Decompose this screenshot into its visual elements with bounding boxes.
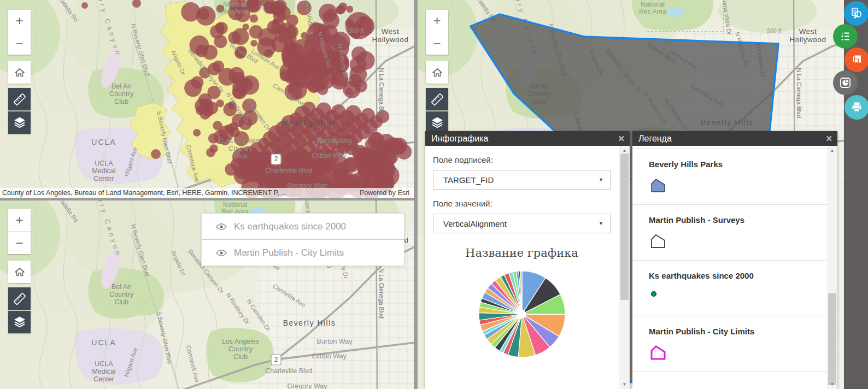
map-label: Burton Way — [317, 338, 353, 345]
map-label: Burton Way — [317, 137, 353, 145]
map-bottom-left[interactable]: Ks earthquakes since 2000Martin Publish … — [0, 201, 414, 389]
legend-item: Martin Publish - City Limits — [632, 316, 827, 372]
infographic-icon — [838, 75, 853, 90]
scrollbar-thumb[interactable] — [620, 154, 629, 300]
map-label: UCLAMedicalCenter — [92, 160, 115, 182]
legend-item-label: Martin Publish - City Limits — [649, 327, 822, 336]
map-controls: +− — [8, 209, 31, 333]
layers-icon — [430, 115, 445, 131]
zoom-in-button[interactable]: + — [8, 10, 31, 32]
layers-button[interactable] — [426, 111, 448, 134]
legend-panel-header: Легенда ✕ — [632, 131, 837, 146]
home-button[interactable] — [8, 61, 31, 84]
label-field-value: TARGET_FID — [443, 175, 494, 185]
chart-title: Название графика — [433, 246, 611, 260]
label-field-label: Поле подписей: — [433, 155, 611, 164]
minus-icon: − — [15, 237, 23, 250]
value-field-select[interactable]: VerticalAlignment ▼ — [433, 214, 611, 233]
measure-button[interactable] — [8, 88, 31, 110]
bookmark-widget-button[interactable] — [844, 48, 868, 72]
map-label: Charleville Blvd — [265, 367, 312, 375]
measure-button[interactable] — [8, 287, 31, 310]
map-divider-vertical[interactable] — [414, 0, 418, 389]
home-button[interactable] — [426, 61, 448, 84]
close-icon[interactable]: ✕ — [825, 134, 832, 143]
layer-popup-item[interactable]: Ks earthquakes since 2000 — [202, 214, 404, 239]
eye-icon[interactable] — [216, 249, 227, 257]
query-icon — [849, 6, 864, 21]
map-divider-horizontal[interactable] — [0, 198, 414, 201]
home-icon — [430, 65, 445, 80]
map-label: Clifton Way — [312, 352, 347, 360]
legend-scrollbar[interactable]: ▲ ▼ — [827, 146, 837, 389]
zoom-control: +− — [8, 10, 31, 55]
home-icon — [12, 264, 27, 280]
polygon-swatch-icon — [649, 232, 667, 250]
map-attribution: County of Los Angeles, Bureau of Land Ma… — [0, 188, 414, 198]
layers-icon — [12, 315, 27, 330]
map-label: 2 — [274, 155, 278, 163]
map-label: Gregory Way — [287, 382, 327, 389]
map-top-left[interactable]: County of Los Angeles, Bureau of Land Ma… — [0, 0, 414, 198]
map-label: 500 ft — [767, 27, 782, 34]
legend-item: Beverly Hills Parks — [632, 149, 827, 205]
legend-item: Martin Publish - Surveys — [632, 205, 827, 261]
zoom-in-button[interactable]: + — [426, 10, 448, 32]
legend-item-label: Ks earthquakes since 2000 — [649, 271, 822, 280]
measure-button[interactable] — [426, 88, 448, 110]
zoom-out-button[interactable]: − — [8, 32, 31, 55]
map-label: UCLAMedicalCenter — [92, 360, 115, 383]
scroll-down-icon[interactable]: ▼ — [619, 382, 630, 387]
home-button[interactable] — [8, 261, 31, 283]
layer-popup-item[interactable]: Martin Publish - City Limits — [202, 239, 404, 266]
basemap: WestHollywoodBeverly HillsBurton WayClif… — [0, 0, 414, 198]
minus-icon: − — [433, 37, 441, 50]
infographic-panel-body: Поле подписей: TARGET_FID ▼ Поле значени… — [425, 146, 630, 389]
app-window: County of Los Angeles, Bureau of Land Ma… — [0, 0, 868, 389]
legend-list-widget-button[interactable] — [833, 24, 858, 49]
query-widget-button[interactable] — [844, 1, 868, 26]
layers-button[interactable] — [8, 311, 31, 333]
layer-visibility-popup: Ks earthquakes since 2000Martin Publish … — [201, 213, 404, 266]
zoom-out-button[interactable]: − — [426, 32, 448, 55]
scrollbar-thumb[interactable] — [828, 293, 836, 385]
layers-icon — [12, 115, 27, 131]
zoom-control: +− — [8, 209, 31, 254]
bookmark-icon — [849, 52, 864, 67]
value-field-value: VerticalAlignment — [443, 219, 507, 228]
legend-item-label: Martin Publish - Surveys — [649, 215, 822, 225]
map-label: 500 ft — [349, 27, 364, 34]
zoom-out-button[interactable]: − — [8, 232, 31, 254]
legend-item-label: Beverly Hills Parks — [649, 160, 822, 169]
eye-icon[interactable] — [216, 223, 227, 231]
infographic-panel-header: Инфографика ✕ — [425, 131, 630, 146]
scroll-down-icon[interactable]: ▼ — [827, 382, 837, 387]
map-controls: +− — [426, 10, 448, 134]
label-field-select[interactable]: TARGET_FID ▼ — [433, 170, 611, 190]
map-label: 2 — [274, 356, 278, 363]
scroll-up-icon[interactable]: ▲ — [827, 148, 837, 153]
polygon-swatch-icon — [649, 343, 667, 362]
zoom-in-button[interactable]: + — [8, 209, 31, 232]
legend-item: Ks earthquakes since 2000 — [632, 261, 827, 316]
scroll-up-icon[interactable]: ▲ — [619, 148, 630, 153]
zoom-control: +− — [426, 10, 448, 55]
map-label: NationalRec Area — [639, 1, 666, 15]
infographic-panel-title: Инфографика — [431, 134, 488, 144]
chevron-down-icon: ▼ — [599, 221, 603, 226]
legend-panel-title: Легенда — [638, 134, 672, 144]
map-controls: +− — [8, 10, 31, 134]
close-icon[interactable]: ✕ — [618, 134, 625, 143]
map-label: Charleville Blvd — [265, 167, 312, 174]
plus-icon: + — [15, 14, 23, 27]
infographic-scrollbar[interactable]: ▲ ▼ — [619, 146, 630, 389]
layer-popup-label: Martin Publish - City Limits — [234, 247, 344, 258]
layers-button[interactable] — [8, 111, 31, 134]
map-label: NationalRec Area — [221, 1, 249, 15]
map-label: UCLA — [91, 138, 116, 146]
pie-chart — [433, 267, 611, 358]
polygon-swatch-icon — [649, 176, 667, 194]
infographic-widget-button[interactable] — [833, 70, 858, 95]
print-widget-button[interactable] — [844, 95, 868, 120]
legend-panel: Легенда ✕ Beverly Hills ParksMartin Publ… — [632, 131, 837, 389]
